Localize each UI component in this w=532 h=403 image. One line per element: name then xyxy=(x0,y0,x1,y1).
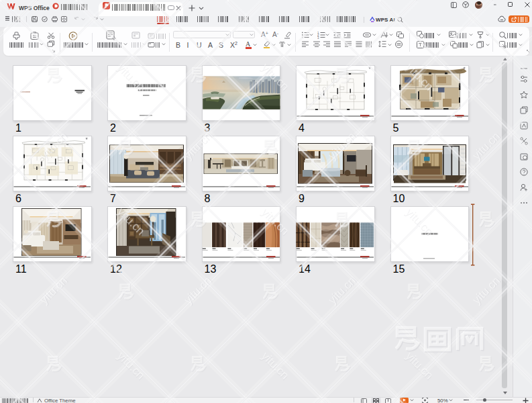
svg-text:yitu.cn: yitu.cn xyxy=(327,274,359,306)
svg-text:yitu.cn: yitu.cn xyxy=(115,349,147,382)
svg-text:yitu.cn: yitu.cn xyxy=(259,349,291,382)
svg-text:yitu.cn: yitu.cn xyxy=(403,351,435,383)
svg-text:yitu.cn: yitu.cn xyxy=(471,130,503,162)
svg-text:yitu.cn: yitu.cn xyxy=(326,274,358,306)
svg-text:yitu.cn: yitu.cn xyxy=(471,274,503,306)
svg-text:yitu.cn: yitu.cn xyxy=(470,274,502,306)
svg-text:yitu.cn: yitu.cn xyxy=(403,349,435,382)
svg-text:yitu.cn: yitu.cn xyxy=(115,351,147,383)
svg-text:yitu.cn: yitu.cn xyxy=(38,274,70,306)
svg-text:yitu.cn: yitu.cn xyxy=(259,351,291,383)
svg-text:yitu.cn: yitu.cn xyxy=(182,274,214,306)
svg-text:yitu.cn: yitu.cn xyxy=(38,274,70,306)
svg-text:yitu.cn: yitu.cn xyxy=(182,274,215,306)
svg-text:yitu.cn: yitu.cn xyxy=(470,130,502,162)
